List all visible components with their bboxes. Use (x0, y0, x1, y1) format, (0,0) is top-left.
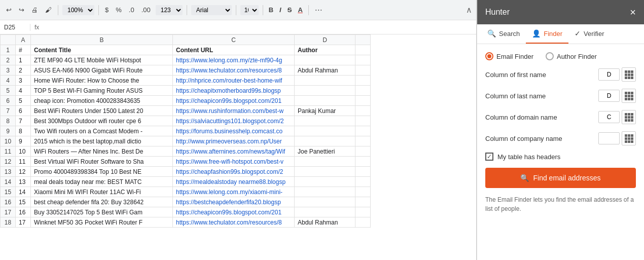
cell-b6[interactable]: cheap icon: Promotion 4000283843635 (31, 96, 173, 106)
cell-d6[interactable] (295, 96, 355, 106)
cell-d8[interactable] (295, 116, 355, 126)
cell-c18[interactable]: https://www.techulator.com/resources/8 (173, 217, 295, 228)
cell-b4[interactable]: Home WiFi Router: How to Choose the (31, 76, 173, 86)
cell-c1[interactable]: Content URL (173, 45, 295, 55)
currency-button[interactable]: $ (103, 5, 111, 15)
cell-c6[interactable]: https://cheapicon99s.blogspot.com/201 (173, 96, 295, 106)
company-name-grid-button[interactable] (622, 131, 636, 145)
redo-button[interactable]: ↪ (17, 5, 26, 15)
number-format-select[interactable]: 123 (156, 5, 183, 15)
cell-c16[interactable]: https://bestcheapdefenderfifa20.blogsp (173, 197, 295, 207)
cell-a6[interactable]: 5 (16, 96, 31, 106)
formula-input[interactable] (43, 24, 476, 31)
cell-d1[interactable]: Author (295, 45, 355, 55)
percent-button[interactable]: % (114, 5, 124, 15)
cell-d12[interactable] (295, 157, 355, 167)
last-name-grid-button[interactable] (622, 89, 636, 103)
hunter-close-button[interactable]: × (630, 7, 636, 17)
col-header-d[interactable]: D (295, 35, 355, 45)
cell-c11[interactable]: https://www.afternines.com/news/tag/Wif (173, 146, 295, 157)
cell-c7[interactable]: https://www.rushinformation.com/best-w (173, 106, 295, 116)
cell-c4[interactable]: http://nhprice.com/router-best-home-wif (173, 76, 295, 86)
cell-a2[interactable]: 1 (16, 55, 31, 65)
format-paint-button[interactable]: 🖌 (43, 5, 54, 15)
collapse-toolbar-button[interactable]: ∧ (466, 5, 472, 15)
last-name-input[interactable] (598, 90, 620, 102)
domain-name-input[interactable] (598, 111, 620, 123)
decimal-increase-button[interactable]: .00 (139, 5, 153, 15)
cell-d15[interactable] (295, 187, 355, 197)
cell-a17[interactable]: 16 (16, 207, 31, 217)
more-options-button[interactable]: ··· (315, 5, 323, 15)
cell-a10[interactable]: 9 (16, 136, 31, 146)
bold-button[interactable]: B (267, 5, 275, 15)
cell-d4[interactable] (295, 76, 355, 86)
col-header-c[interactable]: C (173, 35, 295, 45)
cell-b11[interactable]: WiFi Routers — After Nines Inc. Best De (31, 146, 173, 157)
cell-c14[interactable]: https://mealdealstoday nearme88.blogsp (173, 177, 295, 187)
strikethrough-button[interactable]: S (286, 5, 294, 15)
tab-search[interactable]: 🔍 Search (481, 24, 526, 44)
italic-button[interactable]: I (278, 5, 283, 15)
cell-b18[interactable]: Winknet MF50 3G Pocket WiFi Router F (31, 217, 173, 228)
cell-a18[interactable]: 17 (16, 217, 31, 228)
headers-checkbox[interactable]: ✓ (485, 153, 493, 161)
col-header-b[interactable]: B (31, 35, 173, 45)
cell-b13[interactable]: Promo 4000489398384 Top 10 Best NE (31, 167, 173, 177)
cell-c10[interactable]: http://www.primeoverseas.com.np/User (173, 136, 295, 146)
cell-c17[interactable]: https://cheapicon99s.blogspot.com/201 (173, 207, 295, 217)
first-name-grid-button[interactable] (622, 67, 636, 82)
tab-verifier[interactable]: ✓ Verifier (568, 24, 610, 44)
cell-d10[interactable] (295, 136, 355, 146)
company-name-input[interactable] (598, 132, 620, 144)
cell-a13[interactable]: 12 (16, 167, 31, 177)
cell-d5[interactable] (295, 86, 355, 96)
cell-b5[interactable]: TOP 5 Best WI-FI Gaming Router ASUS (31, 86, 173, 96)
cell-d2[interactable] (295, 55, 355, 65)
cell-a15[interactable]: 14 (16, 187, 31, 197)
font-select[interactable]: Arial (191, 5, 232, 15)
cell-a5[interactable]: 4 (16, 86, 31, 96)
first-name-input[interactable] (598, 68, 620, 81)
cell-c13[interactable]: https://cheapfashion99s.blogspot.com/2 (173, 167, 295, 177)
cell-a11[interactable]: 10 (16, 146, 31, 157)
cell-a1[interactable]: # (16, 45, 31, 55)
cell-c3[interactable]: https://www.techulator.com/resources/8 (173, 65, 295, 76)
cell-a8[interactable]: 7 (16, 116, 31, 126)
cell-c8[interactable]: https://salviacuttings101.blogspot.com/2 (173, 116, 295, 126)
cell-a12[interactable]: 11 (16, 157, 31, 167)
cell-a4[interactable]: 3 (16, 76, 31, 86)
cell-d16[interactable] (295, 197, 355, 207)
cell-d9[interactable] (295, 126, 355, 136)
cell-b9[interactable]: Two Wifi routers on a Comcast Modem - (31, 126, 173, 136)
col-header-a[interactable]: A (16, 35, 31, 45)
cell-d17[interactable] (295, 207, 355, 217)
cell-c2[interactable]: https://www.lelong.com.my/zte-mf90-4g (173, 55, 295, 65)
zoom-select[interactable]: 100% (62, 5, 94, 15)
cell-b17[interactable]: Buy 33052147025 Top 5 Best WiFi Gam (31, 207, 173, 217)
print-button[interactable]: 🖨 (29, 5, 40, 15)
cell-b16[interactable]: best cheap defender fifa 20: Buy 328642 (31, 197, 173, 207)
grid-scroll-area[interactable]: A B C D 1 # Content Title Content URL Au (0, 34, 476, 260)
cell-d18[interactable]: Abdul Rahman (295, 217, 355, 228)
cell-a9[interactable]: 8 (16, 126, 31, 136)
cell-b7[interactable]: Best WiFi Routers Under 1500 Latest 20 (31, 106, 173, 116)
cell-d14[interactable] (295, 177, 355, 187)
cell-a16[interactable]: 15 (16, 197, 31, 207)
cell-b3[interactable]: ASUS EA-N66 N900 Gigabit WiFi Route (31, 65, 173, 76)
cell-c9[interactable]: https://forums.businesshelp.comcast.co (173, 126, 295, 136)
email-finder-radio[interactable]: Email Finder (485, 52, 533, 60)
cell-d3[interactable]: Abdul Rahman (295, 65, 355, 76)
find-email-button[interactable]: 🔍 Find email addresses (485, 168, 636, 188)
cell-b1[interactable]: Content Title (31, 45, 173, 55)
cell-b12[interactable]: Best Virtual WiFi Router Software to Sha (31, 157, 173, 167)
domain-name-grid-button[interactable] (622, 110, 636, 124)
font-size-select[interactable]: 10 (240, 5, 259, 15)
cell-d7[interactable]: Pankaj Kumar (295, 106, 355, 116)
cell-a3[interactable]: 2 (16, 65, 31, 76)
cell-c5[interactable]: https://cheapitxmotherboard99s.blogsp (173, 86, 295, 96)
cell-b8[interactable]: Best 300Mbps Outdoor wifi router cpe 6 (31, 116, 173, 126)
cell-a7[interactable]: 6 (16, 106, 31, 116)
cell-a14[interactable]: 13 (16, 177, 31, 187)
cell-b15[interactable]: Xiaomi Mini Mi WIFI Router 11AC Wi-Fi (31, 187, 173, 197)
